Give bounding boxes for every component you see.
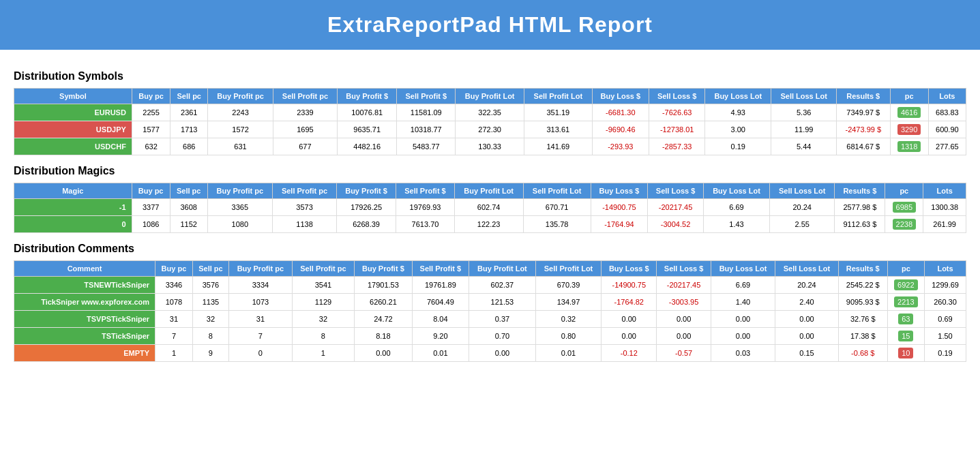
- comments-section-title: Distribution Comments: [14, 243, 966, 255]
- row-value-cell: 4616: [890, 104, 928, 121]
- row-value-cell: 19761.89: [412, 277, 469, 294]
- row-value-cell: -6681.30: [592, 104, 649, 121]
- col-header-buy-profit-pc: Buy Profit pc: [207, 183, 272, 199]
- table-row: 010861152108011386268.397613.70122.23135…: [14, 216, 966, 233]
- magics-header-row: MagicBuy pcSell pcBuy Profit pcSell Prof…: [14, 183, 966, 199]
- row-value-cell: 8.18: [355, 328, 413, 345]
- row-value-cell: -3004.52: [648, 216, 704, 233]
- col-header-buy-pc: Buy pc: [132, 183, 170, 199]
- row-value-cell: 10076.81: [338, 104, 397, 121]
- symbols-section-title: Distribution Symbols: [14, 70, 966, 82]
- table-row: TickSniper www.expforex.com1078113510731…: [14, 294, 966, 311]
- row-value-cell: 0.19: [705, 138, 771, 155]
- row-value-cell: 7: [155, 328, 193, 345]
- col-header-sell-loss-lot: Sell Loss Lot: [769, 183, 834, 199]
- row-value-cell: 2577.98 $: [835, 199, 885, 216]
- row-value-cell: 3346: [155, 277, 193, 294]
- row-value-cell: 6922: [887, 277, 924, 294]
- col-header-buy-loss-dollar: Buy Loss $: [602, 261, 657, 277]
- row-value-cell: 1135: [192, 294, 228, 311]
- symbols-table: SymbolBuy pcSell pcBuy Profit pcSell Pro…: [14, 88, 966, 155]
- col-header-buy-loss-dollar: Buy Loss $: [591, 183, 647, 199]
- row-value-cell: 5.36: [771, 104, 837, 121]
- row-value-cell: 0.00: [355, 345, 413, 362]
- col-header-lots: Lots: [925, 261, 966, 277]
- result-badge: 15: [898, 331, 913, 341]
- row-value-cell: -14900.75: [602, 277, 657, 294]
- row-value-cell: 3290: [890, 121, 928, 138]
- row-value-cell: 8: [292, 328, 354, 345]
- row-value-cell: 10318.77: [397, 121, 456, 138]
- magics-section-title: Distribution Magics: [14, 165, 966, 177]
- comments-body: TSNEWTickSniper334635763334354117901.531…: [14, 277, 966, 362]
- row-value-cell: 632: [132, 138, 170, 155]
- col-header-sell-profit-pc: Sell Profit pc: [273, 89, 337, 104]
- row-value-cell: 0.00: [711, 328, 775, 345]
- row-value-cell: 2545.22 $: [838, 277, 887, 294]
- col-header-buy-pc: Buy pc: [155, 261, 193, 277]
- row-value-cell: 1152: [170, 216, 207, 233]
- row-value-cell: 15: [887, 328, 924, 345]
- row-value-cell: 0.00: [657, 311, 711, 328]
- col-header-buy-profit-dollar: Buy Profit $: [338, 89, 397, 104]
- row-value-cell: 1: [155, 345, 193, 362]
- col-header-sell-profit-dollar: Sell Profit $: [412, 261, 469, 277]
- col-header-sell-loss-dollar: Sell Loss $: [648, 183, 704, 199]
- col-header-buy-profit-lot: Buy Profit Lot: [456, 89, 524, 104]
- col-header-sell-profit-lot: Sell Profit Lot: [535, 261, 601, 277]
- table-row: TSTickSniper78788.189.200.700.800.000.00…: [14, 328, 966, 345]
- row-value-cell: 0.00: [657, 328, 711, 345]
- row-value-cell: 1572: [208, 121, 273, 138]
- row-value-cell: -20217.45: [648, 199, 704, 216]
- row-name-cell: TSVPSTickSniper: [14, 311, 155, 328]
- result-badge: 10: [898, 348, 913, 358]
- col-header-sell-profit-dollar: Sell Profit $: [397, 89, 456, 104]
- row-value-cell: 686: [170, 138, 208, 155]
- row-value-cell: 0.01: [535, 345, 601, 362]
- header-title: ExtraReportPad HTML Report: [327, 12, 653, 37]
- col-header-sell-profit-dollar: Sell Profit $: [396, 183, 455, 199]
- row-value-cell: -0.68 $: [838, 345, 887, 362]
- row-value-cell: 0: [229, 345, 293, 362]
- row-value-cell: 6268.39: [337, 216, 396, 233]
- row-value-cell: 5483.77: [397, 138, 456, 155]
- row-value-cell: 32: [292, 311, 354, 328]
- col-header-results-dollar: Results $: [837, 89, 891, 104]
- row-value-cell: 9095.93 $: [838, 294, 887, 311]
- row-value-cell: -0.12: [602, 345, 657, 362]
- col-header-buy-profit-lot: Buy Profit Lot: [454, 183, 523, 199]
- row-name-cell: TSTickSniper: [14, 328, 155, 345]
- row-value-cell: 135.78: [523, 216, 591, 233]
- row-value-cell: 631: [208, 138, 273, 155]
- row-value-cell: 9: [192, 345, 228, 362]
- row-value-cell: 0.00: [469, 345, 536, 362]
- row-value-cell: 7: [229, 328, 293, 345]
- row-value-cell: 1080: [207, 216, 272, 233]
- row-value-cell: 602.74: [454, 199, 523, 216]
- row-value-cell: 0.19: [925, 345, 966, 362]
- row-value-cell: -20217.45: [657, 277, 711, 294]
- row-name-cell: 0: [14, 216, 132, 233]
- row-value-cell: 6260.21: [355, 294, 413, 311]
- col-header-sell-loss-dollar: Sell Loss $: [649, 89, 705, 104]
- row-value-cell: 9635.71: [338, 121, 397, 138]
- col-header-pc: pc: [887, 261, 924, 277]
- row-value-cell: 20.24: [775, 277, 839, 294]
- table-row: EURUSD225523612243233910076.8111581.0932…: [14, 104, 966, 121]
- row-value-cell: 134.97: [535, 294, 601, 311]
- row-value-cell: 31: [229, 311, 293, 328]
- col-header-buy-pc: Buy pc: [132, 89, 170, 104]
- result-badge: 3290: [897, 124, 921, 135]
- row-value-cell: 31: [155, 311, 193, 328]
- col-header-buy-profit-pc: Buy Profit pc: [229, 261, 293, 277]
- row-value-cell: 2361: [170, 104, 208, 121]
- col-header-sell-loss-lot: Sell Loss Lot: [771, 89, 837, 104]
- row-value-cell: 600.90: [928, 121, 966, 138]
- row-value-cell: 0.15: [775, 345, 839, 362]
- col-header-sell-pc: Sell pc: [192, 261, 228, 277]
- row-value-cell: 3541: [292, 277, 354, 294]
- row-value-cell: 1078: [155, 294, 193, 311]
- table-row: USDJPY15771713157216959635.7110318.77272…: [14, 121, 966, 138]
- col-header-sell-pc: Sell pc: [170, 183, 207, 199]
- result-badge: 1318: [897, 141, 921, 152]
